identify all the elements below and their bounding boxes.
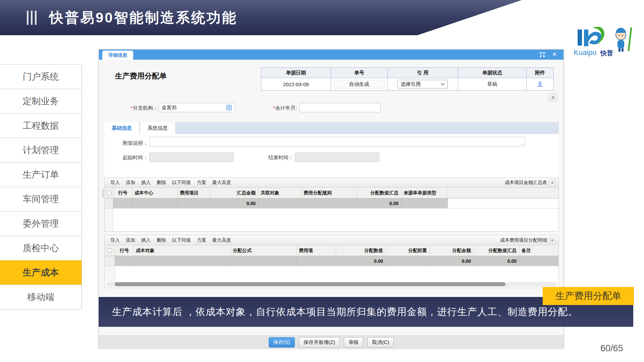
grid1-alloc-total-value: 0.00 <box>357 198 401 208</box>
col-attachment: 附件 <box>527 68 553 78</box>
same-below-button[interactable]: 以下同值 <box>169 236 194 244</box>
form-title: 生产费用分配单 <box>115 71 167 81</box>
sidebar-item-portal[interactable]: 门户系统 <box>0 65 82 89</box>
branch-input[interactable]: 金富邦 <box>159 103 235 112</box>
grid1-toolbar: 导入 添加 插入 删除 以下同值 方案 最大高度 成本项目金额汇总表 <box>105 178 558 188</box>
grid1-col-rowno: 行号 <box>113 188 132 198</box>
end-time-input[interactable] <box>295 153 379 162</box>
end-time-label: 结束时间： <box>266 155 293 161</box>
note-label: 附加说明： <box>112 140 148 146</box>
alloc-detail-grid: 导入 添加 插入 删除 以下同值 方案 最大高度 成本费用项目分配明细 ✓ 行号… <box>104 235 559 288</box>
chevron-down-icon <box>441 83 445 85</box>
doc-no-field[interactable]: 自动生成 <box>334 80 384 88</box>
period-input[interactable] <box>300 103 381 112</box>
delete-button[interactable]: 删除 <box>154 236 169 244</box>
grid1-col-expense-item: 费用项目 <box>178 188 210 198</box>
max-height-button[interactable]: 最大高度 <box>209 236 234 244</box>
import-button[interactable]: 导入 <box>107 236 123 244</box>
kp-logomark <box>578 27 604 46</box>
branch-value: 金富邦 <box>162 105 177 111</box>
grid2-alloc-amount: 0.00 <box>430 256 474 266</box>
grid2-collapse-button[interactable] <box>549 237 556 244</box>
cost-summary-grid: 导入 添加 插入 删除 以下同值 方案 最大高度 成本项目金额汇总表 ✓ 行号 … <box>104 177 559 232</box>
sidebar-item-mobile[interactable]: 移动端 <box>0 285 82 309</box>
basic-info-panel: 附加说明： 起始时间： 结束时间： <box>104 134 559 177</box>
grid1-col-related-object: 关联对象 <box>259 188 302 198</box>
grid2-summary-row: 0.00 0.00 0.00 <box>105 256 558 266</box>
scheme-button[interactable]: 方案 <box>194 236 209 244</box>
add-button[interactable]: 添加 <box>123 236 138 244</box>
grid1-collapse-button[interactable] <box>549 179 556 186</box>
grid2-col-alloc-value-total: 分配数值汇总 <box>474 245 520 256</box>
grid2-col-expense: 费用项 <box>297 245 336 256</box>
import-button[interactable]: 导入 <box>107 179 123 187</box>
grid1-col-cost-center: 成本中心 <box>132 188 178 198</box>
sidebar-item-custom-business[interactable]: 定制业务 <box>0 89 82 114</box>
grid2-panel-title: 成本费用项目分配明细 <box>500 237 547 243</box>
grid1-header-row: ✓ 行号 成本中心 费用项目 汇总金额 关联对象 费用分配规则 分配数值汇总 来… <box>105 188 558 198</box>
panel-collapse-handle[interactable] <box>102 189 105 198</box>
grid1-summary-row: 0.00 0.00 <box>105 198 558 208</box>
mascot-icon <box>616 27 631 52</box>
grid2-col-alloc-formula: 分配公式 <box>231 245 297 256</box>
sidebar-item-quality-center[interactable]: 质检中心 <box>0 236 82 260</box>
sidebar-item-production-order[interactable]: 生产订单 <box>0 163 82 187</box>
grid2-alloc-value: 0.00 <box>336 256 386 266</box>
cancel-button[interactable]: 取消(C) <box>367 337 394 348</box>
grid2-col-cost-object: 成本对象 <box>134 245 231 256</box>
sidebar-item-workshop[interactable]: 车间管理 <box>0 187 82 212</box>
grid2-toolbar: 导入 添加 插入 删除 以下同值 方案 最大高度 成本费用项目分配明细 <box>105 235 558 245</box>
slide-root: 快普易90智能制造系统功能 Kuaipu 快普 门户系统 定制业务 工程数 <box>0 0 644 362</box>
col-doc-date: 单据日期 <box>261 68 331 78</box>
grid2-body <box>105 266 558 282</box>
note-textarea[interactable] <box>149 137 525 147</box>
grid1-total-amount-value: 0.00 <box>210 198 259 208</box>
grid2-col-remark: 备注 <box>520 245 558 256</box>
grid2-col-alloc-amount: 分配金额 <box>430 245 474 256</box>
dialog-footer: 保存(S) 保存并新增(Z) 审核 取消(C) <box>99 336 564 349</box>
col-doc-no: 单号 <box>331 68 388 78</box>
grid1-panel-title: 成本项目金额汇总表 <box>505 180 547 186</box>
insert-button[interactable]: 插入 <box>138 179 154 187</box>
save-button[interactable]: 保存(S) <box>269 337 295 348</box>
scheme-button[interactable]: 方案 <box>194 179 209 187</box>
page-number: 60/65 <box>600 343 623 354</box>
logo-text-cn: 快普 <box>600 49 613 57</box>
max-height-button[interactable]: 最大高度 <box>209 179 234 187</box>
tab-system-info[interactable]: 系统信息 <box>140 122 175 134</box>
insert-button[interactable]: 插入 <box>138 236 154 244</box>
select-all-checkbox[interactable]: ✓ <box>107 248 112 253</box>
grid2-alloc-value-total: 0.00 <box>474 256 520 266</box>
sidebar-item-outsourcing[interactable]: 委外管理 <box>0 212 82 236</box>
resize-handle-icon[interactable] <box>521 142 524 146</box>
double-chevron-up-icon <box>550 238 554 242</box>
required-asterisk: * <box>130 105 132 111</box>
tab-basic-info[interactable]: 基础信息 <box>104 122 139 134</box>
grid2-col-rowno: 行号 <box>115 245 134 256</box>
document-header-table: 单据日期 单号 引 用 单据状态 附件 2022-03-09 自动生成 选择引用… <box>261 67 554 90</box>
attachment-link[interactable]: 无 <box>538 81 543 87</box>
sidebar-menu: 门户系统 定制业务 工程数据 计划管理 生产订单 车间管理 委外管理 质检中心 … <box>0 64 82 309</box>
h-scrollbar-thumb[interactable] <box>115 282 505 286</box>
sidebar-item-plan-management[interactable]: 计划管理 <box>0 138 82 163</box>
start-time-input[interactable] <box>149 153 234 162</box>
delete-button[interactable]: 删除 <box>154 179 169 187</box>
kuaipu-logo: Kuaipu 快普 <box>573 27 640 60</box>
tab-detail-info[interactable]: 详细信息 <box>102 51 133 60</box>
lookup-list-icon[interactable] <box>226 105 232 111</box>
grid1-col-total-amount: 汇总金额 <box>210 188 259 198</box>
maximize-icon[interactable] <box>539 52 545 58</box>
audit-button[interactable]: 审核 <box>344 337 363 348</box>
sidebar-item-production-cost[interactable]: 生产成本 <box>0 260 82 285</box>
form-collapse-button[interactable] <box>549 93 557 102</box>
sidebar-item-engineering-data[interactable]: 工程数据 <box>0 114 82 138</box>
horizontal-scrollbar[interactable] <box>106 282 557 287</box>
reference-select[interactable]: 选择引用 <box>397 80 448 88</box>
save-and-new-button[interactable]: 保存并新增(Z) <box>299 337 340 348</box>
same-below-button[interactable]: 以下同值 <box>169 179 194 187</box>
required-asterisk: * <box>273 105 275 111</box>
callout-label: 生产费用分配单 <box>543 287 634 305</box>
close-icon[interactable]: ✕ <box>551 51 558 59</box>
add-button[interactable]: 添加 <box>123 179 138 187</box>
select-all-checkbox[interactable]: ✓ <box>107 191 111 195</box>
